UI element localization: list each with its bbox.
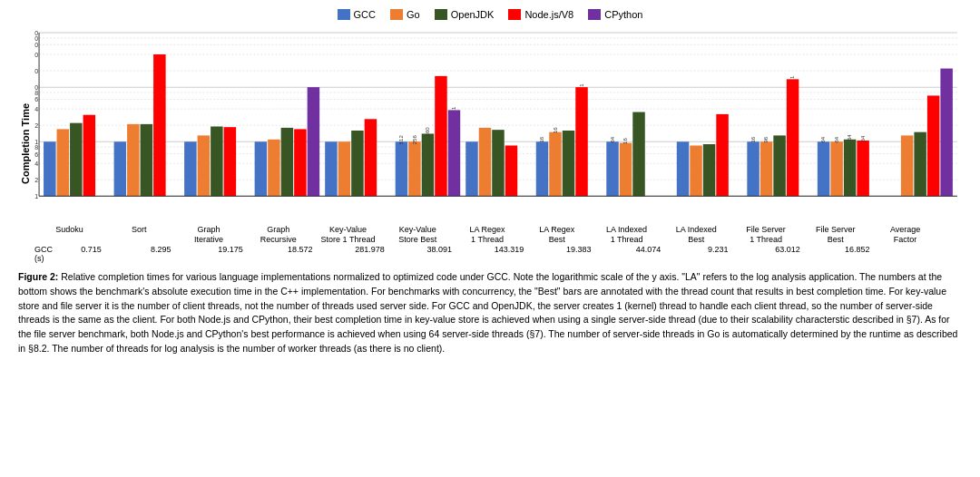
svg-text:64: 64: [860, 135, 866, 141]
gcc-value: [892, 245, 962, 263]
svg-rect-46: [281, 128, 294, 196]
x-label-item: AverageFactor: [870, 225, 940, 245]
chart-svg: 0.10.20.40.60.81246810204060801005122561…: [34, 24, 962, 223]
x-label-item: LA RegexBest: [522, 225, 592, 245]
svg-rect-57: [448, 110, 461, 196]
svg-text:64: 64: [834, 136, 839, 142]
svg-rect-84: [940, 69, 953, 197]
svg-rect-68: [632, 112, 645, 197]
svg-rect-54: [408, 141, 421, 196]
svg-rect-63: [549, 132, 562, 197]
svg-rect-39: [153, 54, 166, 196]
svg-rect-33: [57, 129, 70, 196]
svg-rect-69: [677, 141, 690, 196]
svg-rect-62: [536, 141, 549, 196]
legend-item-gcc: GCC: [338, 9, 376, 20]
svg-rect-73: [747, 141, 760, 196]
svg-rect-70: [690, 145, 702, 196]
svg-rect-64: [563, 131, 575, 196]
x-label-item: Sort: [104, 225, 174, 245]
svg-rect-51: [351, 131, 364, 196]
svg-rect-45: [268, 140, 280, 197]
svg-text:0.6: 0.6: [34, 151, 38, 158]
svg-rect-75: [773, 135, 786, 196]
gcc-value: 63.012: [753, 245, 823, 263]
legend-label: CPython: [604, 9, 642, 20]
svg-rect-37: [127, 124, 140, 196]
svg-rect-38: [141, 124, 153, 196]
legend-color: [588, 9, 601, 20]
svg-text:40: 40: [34, 52, 38, 58]
svg-rect-32: [44, 141, 56, 196]
gcc-value: 19.175: [196, 245, 266, 263]
figure-caption: Figure 2: Relative completion times for …: [18, 270, 962, 356]
legend-item-openjdk: OpenJDK: [435, 9, 495, 20]
svg-rect-61: [505, 145, 518, 196]
x-label-item: Sudoku: [34, 225, 104, 245]
legend-color: [508, 9, 521, 20]
svg-rect-50: [338, 141, 351, 196]
svg-rect-81: [901, 135, 914, 196]
x-label-item: Key-ValueStore 1 Thread: [313, 225, 383, 245]
svg-text:6: 6: [34, 96, 38, 102]
svg-rect-82: [914, 132, 926, 197]
svg-rect-56: [435, 76, 447, 196]
svg-rect-58: [466, 141, 478, 196]
svg-text:0.4: 0.4: [34, 161, 38, 167]
svg-text:1: 1: [451, 106, 456, 110]
legend-color: [435, 9, 447, 20]
svg-rect-48: [308, 87, 320, 196]
svg-rect-55: [422, 133, 435, 196]
x-labels-row: SudokuSortGraphIterativeGraphRecursiveKe…: [34, 225, 962, 245]
svg-rect-44: [255, 141, 268, 196]
svg-rect-83: [927, 95, 940, 196]
svg-rect-71: [703, 144, 716, 196]
gcc-value: 19.383: [544, 245, 613, 263]
svg-text:64: 64: [820, 136, 826, 142]
svg-rect-53: [396, 141, 408, 196]
svg-text:4: 4: [34, 106, 38, 112]
svg-text:1: 1: [34, 139, 38, 145]
svg-rect-76: [787, 79, 799, 196]
svg-rect-66: [606, 141, 619, 196]
x-label-item: GraphIterative: [174, 225, 244, 245]
gcc-row: GCC (s)0.7158.29519.17518.572281.97838.0…: [34, 245, 962, 263]
legend-item-go: Go: [390, 9, 420, 20]
svg-rect-43: [224, 127, 237, 196]
svg-text:2: 2: [34, 122, 38, 129]
legend-label: Node.js/V8: [524, 9, 573, 20]
legend-item-cpython: CPython: [588, 9, 642, 20]
svg-text:100: 100: [34, 30, 38, 36]
gcc-value: 8.295: [126, 245, 196, 263]
legend-label: OpenJDK: [451, 9, 495, 20]
svg-rect-74: [760, 141, 773, 196]
x-label-item: LA Indexed1 Thread: [592, 225, 662, 245]
svg-rect-72: [716, 114, 729, 196]
svg-rect-52: [365, 119, 377, 196]
svg-rect-34: [70, 123, 83, 197]
chart-inner: 0.10.20.40.60.81246810204060801005122561…: [34, 24, 962, 263]
chart-legend: GCCGoOpenJDKNode.js/V8CPython: [18, 9, 962, 20]
x-label-item: LA IndexedBest: [662, 225, 731, 245]
gcc-value: 18.572: [265, 245, 335, 263]
svg-text:60: 60: [34, 42, 38, 48]
legend-item-nodejsv: Node.js/V8: [508, 9, 573, 20]
svg-rect-79: [844, 140, 857, 197]
chart-container: GCCGoOpenJDKNode.js/V8CPython Completion…: [18, 9, 962, 263]
svg-text:20: 20: [34, 68, 38, 74]
svg-rect-40: [184, 141, 197, 196]
gcc-value: 9.231: [683, 245, 753, 263]
figure-label: Figure 2:: [18, 271, 58, 282]
gcc-value: 143.319: [475, 245, 544, 263]
gcc-value: 0.715: [56, 245, 126, 263]
svg-rect-42: [211, 126, 223, 196]
svg-rect-35: [83, 115, 96, 197]
x-label-item: GraphRecursive: [243, 225, 313, 245]
legend-label: Go: [407, 9, 420, 20]
svg-text:160: 160: [425, 127, 430, 137]
chart-area: Completion Time 0.10.20.40.60.8124681020…: [18, 24, 962, 263]
svg-rect-80: [857, 141, 869, 196]
svg-rect-36: [114, 141, 127, 196]
svg-rect-60: [492, 130, 505, 196]
gcc-value: 281.978: [335, 245, 405, 263]
